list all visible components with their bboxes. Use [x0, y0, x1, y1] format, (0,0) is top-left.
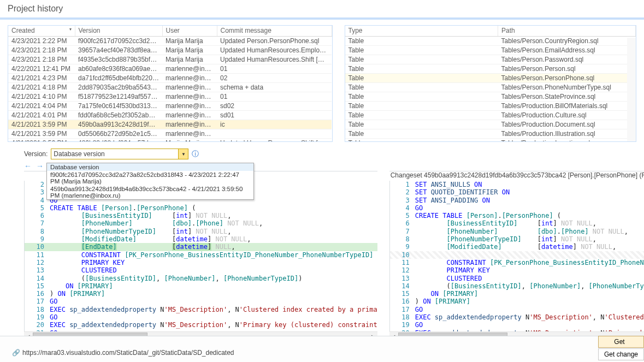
- table-row[interactable]: 4/21/2021 4:23 PMda71fcd2ff65dbef4bfb220…: [8, 73, 332, 82]
- left-code-editor[interactable]: 2SET QUOTED_IDENTIFIER ON3SET ANSI_PADDI…: [24, 181, 377, 331]
- table-row[interactable]: 4/21/2021 4:18 PM2dd879035ac2b9ba5543b77…: [8, 82, 332, 92]
- table-row[interactable]: 4/21/2021 4:10 PMf518779523e12149af5574d…: [8, 92, 332, 101]
- prev-diff-button[interactable]: ←: [24, 162, 32, 170]
- table-row[interactable]: 4/21/2021 2:56 PM486b82d68def264cc57dc90…: [8, 138, 332, 142]
- history-column-header[interactable]: Created▾: [8, 26, 75, 36]
- info-icon[interactable]: ⓘ: [192, 149, 199, 159]
- table-row[interactable]: TableTables/Person.StateProvince.sql: [345, 92, 636, 101]
- table-row[interactable]: 4/23/2021 2:18 PMf4935e3c5cbd8879b35bf9e…: [8, 55, 332, 64]
- table-row[interactable]: 4/22/2021 12:41 PMab60afe8c936f8ca069ae9…: [8, 64, 332, 73]
- get-change-button[interactable]: Get change: [598, 348, 644, 360]
- table-row[interactable]: TableTables/Production.Location.sql: [345, 138, 636, 142]
- table-row[interactable]: TableTables/Production.BillOfMaterials.s…: [345, 101, 636, 110]
- files-pane: TypePath TableTables/Person.CountryRegio…: [345, 25, 637, 142]
- dropdown-item[interactable]: Database version: [47, 163, 253, 171]
- history-column-header[interactable]: Commit message: [217, 26, 332, 36]
- repo-link[interactable]: 🔗https://mara03.visualstudio.com/StaticD…: [12, 349, 234, 357]
- version-dropdown[interactable]: Database versionf900fc2617d70952cc3d2a27…: [46, 163, 254, 200]
- dropdown-item[interactable]: 459b0aa9913c2428d19fdb4a6b39cc3c573bca42…: [47, 185, 253, 199]
- table-row[interactable]: TableTables/Production.Document.sql: [345, 120, 636, 129]
- table-row[interactable]: TableTables/Person.EmailAddress.sql: [345, 45, 636, 55]
- table-row[interactable]: TableTables/Production.Culture.sql: [345, 110, 636, 120]
- version-combo-value: Database version: [54, 150, 104, 158]
- table-row[interactable]: 4/21/2021 4:01 PMfdd0fa6b8c5eb2f3052ab69…: [8, 110, 332, 120]
- table-row[interactable]: 4/21/2021 4:04 PM7a175fe0c614f530bd313ae…: [8, 101, 332, 110]
- history-grid[interactable]: Created▾VersionUserCommit message 4/23/2…: [8, 26, 332, 142]
- table-row[interactable]: 4/21/2021 3:59 PM0d55066b272d95b2e1c5963…: [8, 129, 332, 138]
- dropdown-item[interactable]: f900fc2617d70952cc3d2a273a82c52cbd318f43…: [47, 171, 253, 185]
- table-row[interactable]: 4/23/2021 2:22 PMf900fc2617d70952cc3d2a2…: [8, 36, 332, 45]
- table-row[interactable]: TableTables/Person.PhoneNumberType.sql: [345, 82, 636, 92]
- page-title: Project history: [0, 0, 644, 20]
- chevron-down-icon[interactable]: ▼: [178, 149, 188, 159]
- history-pane: Created▾VersionUserCommit message 4/23/2…: [8, 25, 333, 142]
- table-row[interactable]: TableTables/Person.Password.sql: [345, 55, 636, 64]
- files-column-header[interactable]: Type: [345, 26, 498, 36]
- version-label: Version:: [24, 150, 48, 158]
- table-row[interactable]: 4/21/2021 3:59 PM459b0aa9913c2428d19fdb4…: [8, 120, 332, 129]
- table-row[interactable]: TableTables/Person.Person.sql: [345, 64, 636, 73]
- get-button[interactable]: Get: [598, 336, 644, 348]
- table-row[interactable]: TableTables/Production.Illustration.sql: [345, 129, 636, 138]
- files-column-header[interactable]: Path: [498, 26, 636, 36]
- history-column-header[interactable]: Version: [75, 26, 162, 36]
- history-column-header[interactable]: User: [162, 26, 217, 36]
- files-grid[interactable]: TypePath TableTables/Person.CountryRegio…: [345, 26, 636, 142]
- link-icon: 🔗: [12, 349, 20, 357]
- next-diff-button[interactable]: →: [36, 162, 44, 170]
- right-code-editor[interactable]: 1SET ANSI_NULLS ON2SET QUOTED_IDENTIFIER…: [389, 181, 644, 331]
- table-row[interactable]: TableTables/Person.PersonPhone.sql: [345, 73, 636, 82]
- changeset-label: Changeset 459b0aa9913c2428d19fdb4a6b39cc…: [389, 171, 644, 181]
- version-combo[interactable]: Database version ▼: [51, 149, 188, 159]
- table-row[interactable]: TableTables/Person.CountryRegion.sql: [345, 36, 636, 45]
- table-row[interactable]: 4/23/2021 2:18 PM39657a4ecf40e783df8eaf0…: [8, 45, 332, 55]
- scrollbar-vertical[interactable]: [627, 38, 636, 141]
